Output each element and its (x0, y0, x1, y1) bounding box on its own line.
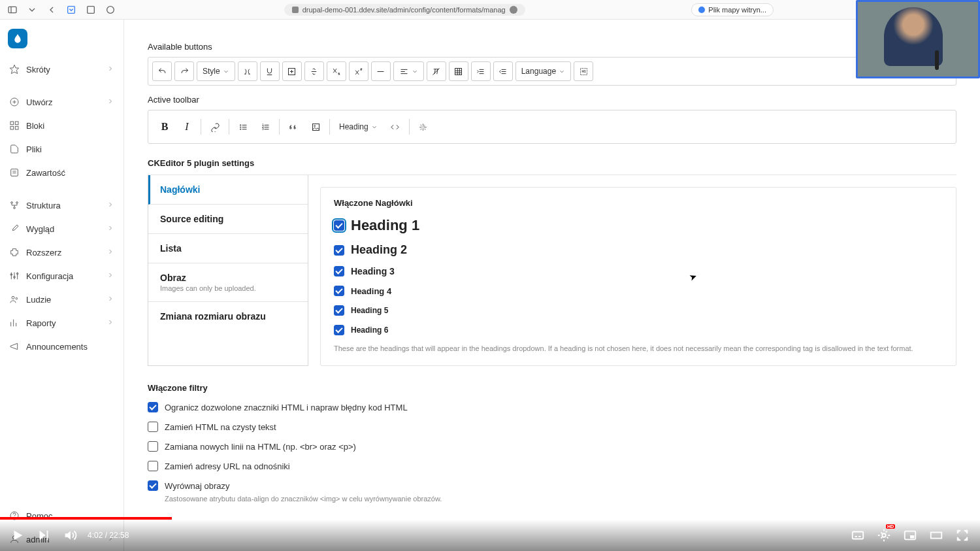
vtab-obraz[interactable]: ObrazImages can only be uploaded. (148, 263, 308, 302)
svg-marker-5 (10, 65, 18, 73)
table-button[interactable] (449, 61, 468, 81)
special-char-button[interactable] (238, 61, 257, 81)
drupal-favicon-icon (698, 7, 705, 13)
sidebar-item-wyglad[interactable]: Wygląd (0, 217, 123, 241)
app-icon-3[interactable] (103, 3, 118, 17)
heading-checkbox-3[interactable] (334, 266, 344, 276)
underline-button[interactable] (260, 61, 280, 81)
heading-row-6: Heading 6 (334, 325, 943, 335)
vtab-naglowki[interactable]: Nagłówki (148, 175, 308, 205)
report-icon (9, 318, 20, 328)
sliders-icon (9, 271, 20, 281)
sidebar-item-skroty[interactable]: Skróty (0, 58, 123, 81)
vtab-source-editing[interactable]: Source editing (148, 205, 308, 234)
vtab-lista[interactable]: Lista (148, 234, 308, 263)
align-dropdown[interactable] (393, 61, 424, 81)
source-button[interactable] (414, 117, 433, 137)
sidebar-item-struktura[interactable]: Struktura (0, 193, 123, 217)
style-dropdown[interactable]: Style (197, 61, 235, 81)
code-button[interactable] (385, 117, 405, 137)
sidebar-item-ludzie[interactable]: Ludzie (0, 288, 123, 311)
svg-point-61 (314, 125, 315, 126)
subscript-button[interactable] (327, 61, 346, 81)
sidebar-item-raporty[interactable]: Raporty (0, 311, 123, 335)
heading-checkbox-2[interactable] (334, 245, 344, 256)
heading-row-4: Heading 4 (334, 286, 943, 296)
sidebar-label: Pliki (26, 144, 42, 154)
sidebar-item-announcements[interactable]: Announcements (0, 335, 123, 358)
play-button[interactable] (9, 527, 26, 544)
filter-row-4: Wyrównaj obrazy (148, 480, 956, 491)
numbered-list-button[interactable]: 123 (255, 117, 275, 137)
bullet-list-button[interactable] (233, 117, 253, 137)
next-button[interactable] (35, 527, 52, 544)
bold-button[interactable]: B (155, 117, 174, 137)
blockquote-button[interactable] (284, 117, 303, 137)
outdent-button[interactable] (493, 61, 513, 81)
url-bar[interactable]: drupal-demo-001.ddev.site/admin/config/c… (284, 4, 525, 16)
chevron-down-icon[interactable] (25, 3, 39, 17)
show-blocks-button[interactable]: H1 (574, 61, 593, 81)
filter-checkbox-2[interactable] (148, 441, 158, 452)
filter-checkbox-3[interactable] (148, 461, 158, 471)
clear-format-button[interactable] (427, 61, 446, 81)
tab-chip[interactable]: Plik mapy witryn... (691, 3, 774, 16)
svg-rect-3 (88, 6, 95, 13)
language-dropdown[interactable]: Language (515, 61, 571, 81)
chevron-right-icon (106, 224, 114, 234)
sidebar-item-rozszerz[interactable]: Rozszerz (0, 241, 123, 264)
link-button[interactable] (205, 117, 225, 137)
undo-button[interactable] (152, 61, 172, 81)
fullscreen-button[interactable] (954, 527, 971, 544)
svg-rect-0 (8, 7, 16, 12)
sidebar-label: Ludzie (26, 295, 51, 305)
sidebar-item-utworz[interactable]: Utwórz (0, 90, 123, 114)
sidebar-toggle-icon[interactable] (5, 3, 20, 17)
sidebar-label: Rozszerz (26, 248, 61, 258)
filter-label: Zamień HTML na czysty tekst (165, 422, 276, 432)
strikethrough-button[interactable] (304, 61, 324, 81)
sidebar-item-pliki[interactable]: Pliki (0, 137, 123, 161)
volume-button[interactable] (61, 527, 78, 544)
plugin-settings-title: CKEditor 5 plugin settings (148, 158, 956, 168)
italic-button[interactable]: I (177, 117, 197, 137)
people-icon (9, 294, 20, 305)
heading-checkbox-6[interactable] (334, 325, 344, 335)
subtitles-button[interactable] (849, 527, 866, 544)
filter-checkbox-1[interactable] (148, 422, 158, 432)
structure-icon (9, 200, 20, 210)
drupal-logo-icon[interactable] (8, 29, 27, 48)
sidebar-item-konfiguracja[interactable]: Konfiguracja (0, 264, 123, 288)
svg-rect-60 (312, 124, 319, 130)
app-icon-2[interactable] (84, 3, 98, 17)
heading-checkbox-4[interactable] (334, 286, 344, 296)
miniplayer-button[interactable] (902, 527, 919, 544)
settings-button[interactable]: HD (875, 527, 892, 544)
filter-checkbox-0[interactable] (148, 402, 158, 412)
theater-button[interactable] (928, 527, 945, 544)
insert-block-button[interactable] (282, 61, 302, 81)
heading-row-5: Heading 5 (334, 305, 943, 316)
horizontal-rule-button[interactable] (371, 61, 391, 81)
vtab-zmiana-rozmiaru[interactable]: Zmiana rozmiaru obrazu (148, 302, 308, 331)
svg-point-26 (16, 297, 18, 299)
heading-checkbox-5[interactable] (334, 305, 344, 316)
indent-button[interactable] (471, 61, 491, 81)
sidebar-label: Wygląd (26, 224, 54, 234)
heading-row-2: Heading 2 (334, 243, 943, 257)
sidebar-item-bloki[interactable]: Bloki (0, 114, 123, 137)
filter-label: Wyrównaj obrazy (165, 481, 230, 491)
sidebar-item-zawartosc[interactable]: Zawartość (0, 161, 123, 184)
heading-dropdown[interactable]: Heading (334, 117, 383, 137)
heading-checkbox-1[interactable] (334, 220, 344, 231)
back-icon[interactable] (44, 3, 59, 17)
hd-badge: HD (886, 524, 895, 529)
svg-rect-2 (68, 6, 75, 13)
heading-label: Heading 4 (351, 286, 391, 296)
superscript-button[interactable] (349, 61, 368, 81)
redo-button[interactable] (174, 61, 194, 81)
svg-rect-65 (47, 531, 48, 541)
filter-checkbox-4[interactable] (148, 480, 158, 491)
app-icon-1[interactable] (64, 3, 78, 17)
image-button[interactable] (306, 117, 325, 137)
